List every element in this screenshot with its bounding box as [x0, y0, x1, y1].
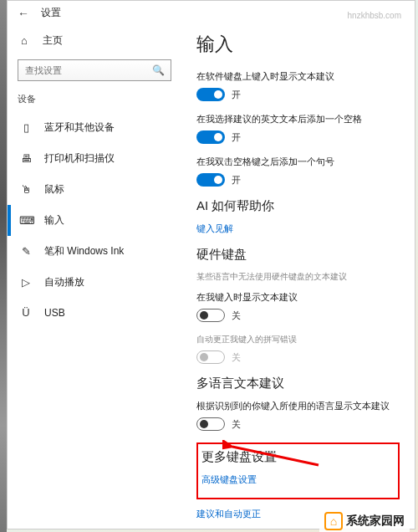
setting-label-disabled: 自动更正我键入的拼写错误: [196, 334, 400, 345]
usb-icon: Ü: [19, 306, 33, 319]
sidebar-item-label: 鼠标: [44, 182, 64, 197]
sidebar-section-label: 设备: [8, 90, 181, 112]
sidebar-item-pen[interactable]: ✎ 笔和 Windows Ink: [8, 236, 181, 267]
sidebar-item-label: 打印机和扫描仪: [44, 151, 115, 166]
sidebar-home-label: 主页: [43, 33, 63, 48]
setting-label: 在软件键盘上键入时显示文本建议: [196, 70, 400, 83]
sidebar-item-label: 输入: [44, 213, 64, 228]
sidebar: ⌂ 主页 🔍 设备 ▯ 蓝牙和其他设备 🖶 打印机和扫描仪 🖱 鼠标: [8, 20, 181, 529]
watermark-url: hnzkhbsb.com: [348, 11, 401, 20]
sidebar-item-autoplay[interactable]: ▷ 自动播放: [8, 267, 181, 298]
keyboard-icon: ⌨: [19, 214, 33, 227]
sidebar-item-printers[interactable]: 🖶 打印机和扫描仪: [8, 143, 181, 174]
autoplay-icon: ▷: [19, 276, 33, 289]
toggle-state: 开: [232, 89, 241, 101]
printer-icon: 🖶: [19, 152, 33, 165]
sidebar-home[interactable]: ⌂ 主页: [8, 27, 181, 54]
back-button[interactable]: ←: [18, 7, 29, 20]
section-more-title: 更多键盘设置: [201, 449, 395, 465]
setting-label: 在我双击空格键之后添加一个句号: [196, 156, 400, 168]
toggle-add-space[interactable]: [196, 130, 225, 144]
settings-window: hnzkhbsb.com ← 设置 ⌂ 主页 🔍 设备 ▯ 蓝牙和其他设备 🖶: [7, 0, 415, 529]
toggle-state: 关: [232, 309, 241, 322]
mouse-icon: 🖱: [19, 183, 33, 196]
setting-label: 在我选择建议的英文文本后添加一个空格: [196, 113, 400, 125]
window-title: 设置: [41, 6, 61, 20]
toggle-double-space-period[interactable]: [196, 173, 225, 187]
sidebar-item-label: USB: [44, 307, 65, 319]
toggle-hw-suggestions[interactable]: [196, 309, 225, 322]
desktop-edge: [0, 0, 7, 532]
watermark-logo-icon: ⌂: [324, 512, 343, 530]
toggle-state: 开: [232, 131, 241, 144]
pen-icon: ✎: [19, 245, 33, 258]
section-multilingual-title: 多语言文本建议: [196, 376, 400, 391]
watermark-text: 系统家园网: [346, 514, 405, 529]
sidebar-item-usb[interactable]: Ü USB: [8, 298, 181, 327]
sidebar-item-mouse[interactable]: 🖱 鼠标: [8, 174, 181, 205]
toggle-state: 关: [232, 351, 241, 364]
toggle-state: 关: [232, 418, 241, 431]
watermark: ⌂ 系统家园网: [319, 510, 410, 532]
toggle-software-keyboard-suggestions[interactable]: [196, 88, 225, 101]
sidebar-item-typing[interactable]: ⌨ 输入: [8, 205, 181, 236]
toggle-state: 开: [232, 174, 241, 187]
sidebar-item-label: 蓝牙和其他设备: [44, 120, 115, 135]
section-ai-title: AI 如何帮助你: [196, 198, 400, 214]
content-pane: 输入 在软件键盘上键入时显示文本建议 开 在我选择建议的英文文本后添加一个空格 …: [181, 20, 415, 529]
link-typing-insights[interactable]: 键入见解: [196, 223, 400, 235]
sidebar-item-bluetooth[interactable]: ▯ 蓝牙和其他设备: [8, 112, 181, 143]
toggle-autocorrect: [196, 350, 225, 364]
setting-label: 在我键入时显示文本建议: [196, 291, 400, 304]
page-title: 输入: [196, 32, 400, 57]
bluetooth-icon: ▯: [19, 121, 33, 134]
toggle-multilingual[interactable]: [196, 417, 225, 431]
annotation-highlight: 更多键盘设置 高级键盘设置: [196, 442, 400, 499]
link-advanced-keyboard[interactable]: 高级键盘设置: [201, 473, 395, 486]
home-icon: ⌂: [18, 34, 31, 47]
section-hardware-title: 硬件键盘: [196, 247, 400, 263]
sidebar-item-label: 自动播放: [44, 275, 84, 289]
setting-label: 根据识别到的你键入所使用的语言显示文本建议: [196, 400, 400, 412]
search-input[interactable]: [18, 59, 171, 81]
sidebar-item-label: 笔和 Windows Ink: [44, 244, 124, 258]
search-icon: 🔍: [152, 64, 165, 76]
hardware-description: 某些语言中无法使用硬件键盘的文本建议: [196, 271, 400, 283]
